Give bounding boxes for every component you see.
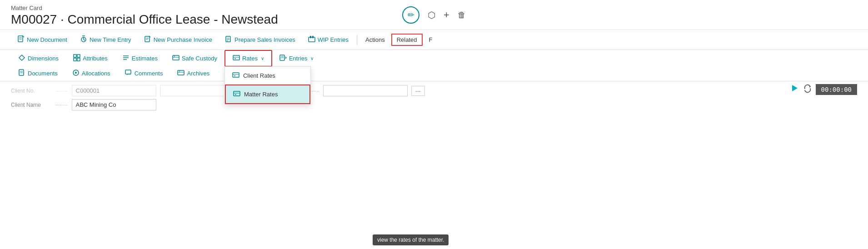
- prepare-sales-invoices-label: Prepare Sales Invoices: [234, 36, 295, 43]
- safe-custody-button[interactable]: Safe Custody: [165, 51, 224, 66]
- documents-label: Documents: [28, 70, 58, 77]
- manager-more-button[interactable]: ···: [411, 86, 425, 96]
- dimensions-button[interactable]: Dimensions: [11, 51, 66, 66]
- attributes-button[interactable]: Attributes: [66, 51, 115, 66]
- svg-rect-21: [77, 58, 80, 61]
- safe-custody-icon: [172, 54, 180, 63]
- new-purchase-invoice-icon: [144, 35, 151, 44]
- wip-entries-button[interactable]: WIP Entries: [302, 33, 355, 47]
- files-button[interactable]: F: [423, 34, 439, 46]
- svg-rect-46: [178, 70, 184, 75]
- entries-button[interactable]: Entries ∨: [272, 51, 321, 66]
- dimensions-label: Dimensions: [28, 55, 59, 62]
- client-no-label: Client No.: [11, 88, 52, 94]
- rates-container: Rates ∨ Client Rates Mat: [224, 50, 272, 67]
- related-label: Related: [397, 36, 417, 43]
- svg-line-6: [84, 40, 85, 40]
- related-button[interactable]: Related: [391, 34, 423, 46]
- new-time-entry-label: New Time Entry: [90, 36, 131, 43]
- comments-button[interactable]: Comments: [118, 66, 170, 81]
- action-bar-divider: [357, 35, 357, 45]
- play-button[interactable]: [789, 83, 799, 96]
- rates-dropdown: Client Rates Matter Rates: [224, 66, 311, 105]
- entries-icon: [279, 54, 287, 63]
- svg-rect-16: [310, 36, 311, 38]
- plus-icon: +: [444, 9, 449, 21]
- new-document-icon: [17, 35, 25, 44]
- estimates-label: Estimates: [132, 55, 158, 62]
- estimates-button[interactable]: Estimates: [115, 51, 165, 66]
- svg-rect-8: [145, 36, 150, 42]
- safe-custody-label: Safe Custody: [182, 55, 217, 62]
- documents-button[interactable]: Documents: [11, 66, 65, 81]
- comments-icon: [125, 69, 132, 78]
- attributes-icon: [73, 54, 80, 63]
- estimates-icon: [122, 54, 130, 63]
- client-name-label: Client Name: [11, 102, 52, 108]
- form-left: Client No. ········· Client Name ·······…: [11, 85, 244, 110]
- client-no-input[interactable]: [72, 85, 156, 96]
- actions-button[interactable]: Actions: [359, 34, 391, 46]
- allocations-icon: [72, 69, 80, 78]
- svg-rect-25: [173, 55, 179, 60]
- new-document-button[interactable]: New Document: [11, 33, 74, 47]
- client-rates-item[interactable]: Client Rates: [225, 67, 310, 85]
- delete-button[interactable]: 🗑: [458, 10, 466, 20]
- svg-rect-45: [125, 70, 131, 74]
- rates-icon: [233, 54, 240, 63]
- files-label: F: [429, 36, 433, 43]
- svg-rect-17: [312, 36, 314, 38]
- svg-rect-28: [233, 55, 239, 60]
- svg-rect-31: [233, 73, 239, 77]
- new-purchase-invoice-button[interactable]: New Purchase Invoice: [138, 33, 219, 47]
- timer-display: 00:00:00: [816, 84, 857, 95]
- archives-button[interactable]: Archives: [170, 66, 217, 81]
- tooltip: view the rates of the matter.: [373, 234, 449, 245]
- prepare-sales-invoices-button[interactable]: Prepare Sales Invoices: [219, 33, 302, 47]
- client-rates-icon: [232, 71, 239, 80]
- matter-rates-item[interactable]: Matter Rates: [225, 85, 310, 104]
- svg-rect-18: [74, 55, 76, 57]
- svg-marker-49: [792, 85, 798, 91]
- prepare-sales-invoices-icon: [225, 35, 232, 44]
- allocations-button[interactable]: Allocations: [65, 66, 118, 81]
- svg-rect-20: [74, 58, 76, 61]
- share-button[interactable]: ⬡: [428, 10, 435, 20]
- rates-label: Rates: [242, 55, 258, 62]
- wip-entries-icon: [308, 35, 315, 44]
- share-icon: ⬡: [428, 10, 435, 20]
- new-purchase-invoice-label: New Purchase Invoice: [154, 36, 212, 43]
- add-button[interactable]: +: [444, 9, 449, 21]
- svg-rect-15: [309, 37, 315, 42]
- client-rates-label: Client Rates: [243, 72, 275, 79]
- svg-rect-19: [77, 55, 80, 57]
- svg-point-44: [75, 72, 77, 74]
- wip-entries-label: WIP Entries: [318, 36, 349, 43]
- documents-icon: [18, 69, 25, 78]
- entries-chevron-icon: ∨: [310, 56, 314, 61]
- attributes-label: Attributes: [83, 55, 108, 62]
- entries-label: Entries: [289, 55, 307, 62]
- matter-rates-label: Matter Rates: [244, 91, 278, 98]
- new-time-entry-icon: [80, 35, 87, 44]
- trash-icon: 🗑: [458, 10, 466, 20]
- edit-button[interactable]: ✏: [402, 6, 419, 24]
- client-name-input[interactable]: [72, 99, 156, 110]
- dimensions-icon: [18, 54, 25, 63]
- actions-label: Actions: [365, 36, 385, 43]
- comments-label: Comments: [135, 70, 163, 77]
- archives-icon: [177, 69, 185, 78]
- allocations-label: Allocations: [82, 70, 110, 77]
- manager-input[interactable]: [323, 85, 408, 96]
- edit-icon: ✏: [408, 10, 414, 20]
- matter-rates-icon: [233, 90, 240, 99]
- new-document-label: New Document: [27, 36, 67, 43]
- rates-chevron-icon: ∨: [261, 56, 264, 61]
- svg-rect-34: [234, 91, 240, 96]
- refresh-button[interactable]: [803, 84, 812, 95]
- rates-button[interactable]: Rates ∨: [224, 50, 272, 67]
- archives-label: Archives: [187, 70, 210, 77]
- new-time-entry-button[interactable]: New Time Entry: [74, 33, 138, 47]
